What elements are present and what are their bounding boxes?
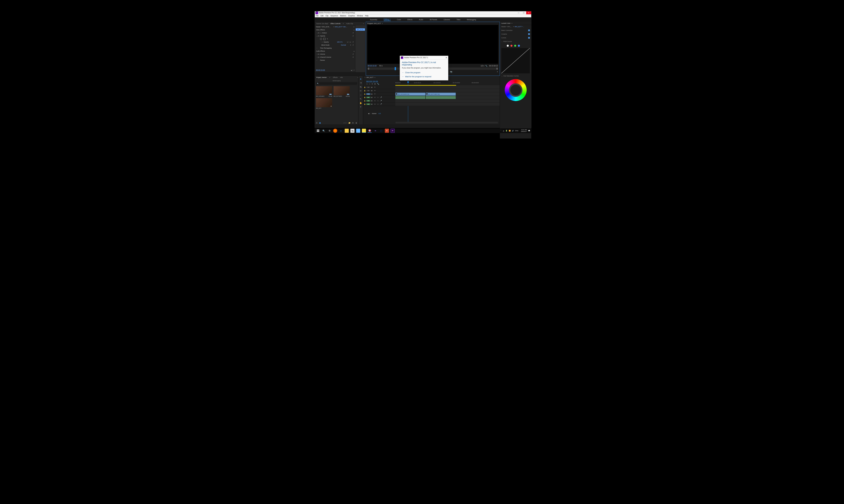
onedrive-icon[interactable]: ☁ (503, 130, 504, 131)
linked-selection-icon[interactable]: ∩ (369, 83, 370, 85)
ec-opacity-param[interactable]: Opacity (323, 41, 337, 43)
lock-icon[interactable]: 🔒 (363, 90, 366, 91)
add-keyframe-icon[interactable]: ◇ (348, 41, 350, 43)
ripple-edit-tool-icon[interactable]: ⇆ (360, 86, 362, 88)
lock-icon[interactable]: 🔒 (363, 100, 366, 102)
overflow-icon[interactable]: » (363, 23, 364, 24)
workspace-audio[interactable]: Audio (419, 19, 423, 21)
wrench-icon[interactable]: 🔧 (485, 65, 487, 67)
toggle-output-icon[interactable]: ▣ (370, 87, 373, 88)
workspace-libraries[interactable]: Libraries (444, 19, 450, 21)
language-indicator[interactable]: ENG (515, 130, 518, 131)
close-seq-icon[interactable]: × (365, 76, 366, 78)
chevron-down-icon[interactable]: ⌄ (501, 41, 503, 42)
snap-icon[interactable]: ⊹ (366, 83, 368, 85)
ec-volume[interactable]: Volume (320, 53, 352, 55)
lock-icon[interactable]: 🔒 (363, 87, 366, 88)
icon-view-icon[interactable]: ▦ (319, 122, 321, 124)
action-center-icon[interactable]: 💬 (528, 130, 530, 131)
mask-pen-icon[interactable]: ✎ (327, 38, 328, 40)
ec-clip-bar[interactable]: MVI_9178.! (356, 28, 365, 31)
lock-icon[interactable]: 🔒 (363, 103, 366, 105)
track-a3[interactable]: A3 (366, 103, 370, 105)
playhead-marker[interactable] (395, 67, 396, 70)
lumetri-rgb-curves[interactable]: RGB Curves (503, 41, 512, 42)
project-clip[interactable]: ▦ MVI_9177 (316, 98, 332, 109)
chevron-down-icon[interactable]: ▾ (350, 44, 351, 46)
premiere-icon[interactable]: Pr (391, 129, 395, 133)
lumetri-hue-sat[interactable]: Hue Saturation Curves (503, 75, 519, 77)
keyframe-icon[interactable]: ◇ (322, 41, 323, 43)
go-to-end-icon[interactable]: ▶| (368, 113, 370, 114)
new-bin-icon[interactable]: 📁 (348, 122, 350, 124)
overflow-icon[interactable]: » (357, 76, 358, 78)
eye-icon[interactable]: 👁 (373, 87, 376, 88)
timeline-zoom-bar[interactable] (395, 122, 498, 124)
ec-channel-volume[interactable]: Channel Volume (320, 56, 352, 58)
tab-effects[interactable]: Effects (333, 76, 337, 78)
task-view-icon[interactable]: ⧉ (328, 129, 332, 133)
rgb-curve-editor[interactable] (501, 48, 530, 73)
toggle-output-icon[interactable]: ▣ (370, 103, 373, 105)
mute-icon[interactable]: M (373, 97, 376, 98)
expand-icon[interactable]: › (316, 47, 318, 49)
wrench-icon[interactable]: 🔧 (377, 83, 379, 85)
tab-project[interactable]: Project: mentor (316, 76, 327, 78)
export-frame-icon[interactable]: 📷 (450, 71, 452, 73)
audio-clip[interactable] (395, 96, 425, 99)
track-v1[interactable]: V1 (366, 93, 370, 95)
wifi-icon[interactable]: 📶 (509, 130, 511, 131)
wait-option[interactable]: →Wait for the program to respond (402, 75, 446, 78)
voice-over-icon[interactable]: 🎤 (380, 97, 383, 98)
go-to-in-icon[interactable]: ▸| (351, 70, 352, 71)
mask-rect-icon[interactable] (323, 38, 326, 40)
powerpoint-icon[interactable]: P (385, 129, 389, 133)
program-timecode[interactable]: 00:03:15:03 (368, 65, 376, 67)
minimize-button[interactable]: — (516, 11, 521, 14)
hue-saturation-wheel[interactable] (505, 79, 527, 101)
hamburger-icon[interactable]: ≡ (374, 76, 375, 78)
store-icon[interactable]: 🛍 (350, 129, 354, 133)
menu-clip[interactable]: Clip (326, 15, 328, 17)
track-row-v3[interactable] (395, 86, 500, 89)
clip-thumbnail[interactable]: ▮▮▮ (316, 86, 332, 95)
slip-tool-icon[interactable]: ↔ (360, 94, 362, 96)
sticky-notes-icon[interactable] (362, 129, 366, 133)
close-button[interactable]: ✕ (526, 11, 531, 14)
track-row-a1[interactable] (395, 96, 500, 99)
curve-green-dot[interactable] (514, 45, 516, 47)
voice-over-icon[interactable]: 🎤 (380, 103, 383, 105)
tab-source[interactable]: Source: (no clips) (316, 23, 328, 24)
start-button[interactable] (316, 129, 320, 133)
search-icon[interactable]: 🔍 (322, 129, 326, 133)
clip-thumbnail[interactable]: ▮▮▮ (334, 86, 350, 95)
next-keyframe-icon[interactable]: ▸ (350, 41, 351, 43)
solo-icon[interactable]: S (376, 103, 380, 105)
system-clock[interactable]: 10:21 AM 10/8/2017 (521, 129, 527, 132)
go-to-out-icon[interactable]: ⤴ (354, 70, 354, 71)
reset-icon[interactable]: ↺ (352, 44, 355, 46)
workspace-titles[interactable]: Titles (456, 19, 460, 21)
workspace-color[interactable]: Color (397, 19, 401, 21)
lumetri-curves[interactable]: Curves (501, 37, 506, 39)
dropbox-icon[interactable]: ⬚ (379, 129, 383, 133)
firefox-icon[interactable] (333, 129, 337, 133)
timeline-timecode[interactable]: 00:03:15:03 (363, 80, 395, 83)
tab-audio-clip[interactable]: Audio Clip (346, 23, 353, 24)
ec-blend-mode-value[interactable]: Normal (341, 44, 350, 46)
lumetri-creative[interactable]: Creative (501, 33, 507, 35)
maximize-button[interactable]: ▢ (521, 11, 526, 14)
reset-icon[interactable]: ↺ (352, 56, 355, 58)
hamburger-icon[interactable]: ≡ (511, 22, 512, 24)
pen-tool-icon[interactable]: ✎ (360, 98, 362, 100)
hamburger-icon[interactable]: ≡ (382, 23, 383, 24)
project-clip[interactable]: ▮▮▮ MVI_9178.MOV7:51:20 (316, 86, 332, 97)
track-row-v2[interactable] (395, 89, 500, 92)
expand-icon[interactable]: › (316, 56, 318, 58)
type-tool-icon[interactable]: T (360, 106, 361, 108)
curve-blue-dot[interactable] (518, 45, 520, 47)
tab-effect-controls[interactable]: Effect Controls (331, 23, 340, 24)
prev-keyframe-icon[interactable]: ◂ (347, 41, 348, 43)
notepad-icon[interactable] (356, 129, 360, 133)
tab-info[interactable]: Info (340, 76, 343, 78)
